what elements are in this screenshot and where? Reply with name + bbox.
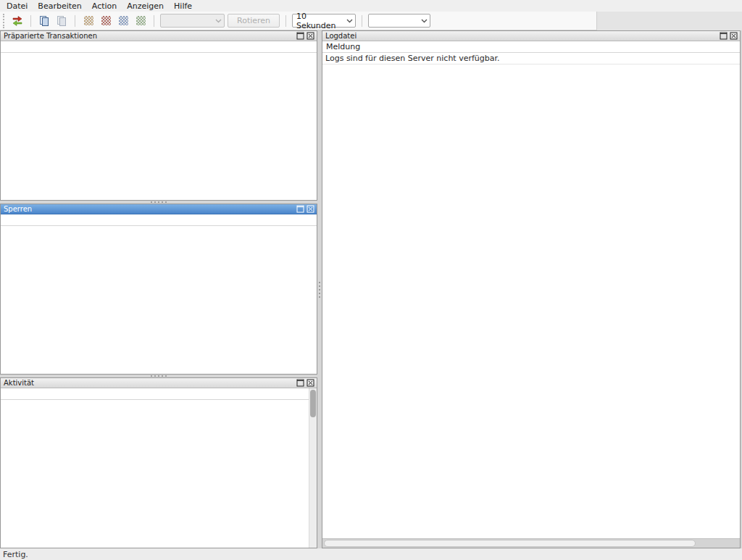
activity-list	[1, 388, 317, 548]
menu-bar: Datei Bearbeiten Action Anzeigen Hilfe	[0, 0, 742, 12]
copy-button[interactable]	[36, 13, 52, 29]
terminate-backend-button[interactable]	[98, 13, 114, 29]
cancel-query-button[interactable]	[80, 13, 96, 29]
maximize-button[interactable]	[296, 32, 304, 40]
logfile-horizontal-scrollbar[interactable]	[322, 538, 740, 548]
toolbar-separator	[154, 15, 154, 27]
maximize-button[interactable]	[720, 32, 728, 40]
toolbar-separator	[362, 15, 362, 27]
prepared-transactions-header-row[interactable]	[1, 41, 317, 53]
rotate-log-button[interactable]: Rotieren	[228, 14, 280, 28]
scrollbar-thumb[interactable]	[310, 390, 316, 417]
locks-list	[1, 214, 317, 374]
prepared-transactions-list	[1, 41, 317, 200]
left-panel-column: Präparierte Transaktionen Sperren	[0, 30, 317, 548]
refresh-interval-value: 10 Sekunden	[296, 12, 344, 30]
grid-icon-red	[101, 16, 111, 25]
refresh-icon	[12, 15, 23, 27]
dock-area: Präparierte Transaktionen Sperren	[0, 30, 742, 548]
chevron-down-icon	[212, 19, 224, 23]
status-bar: Fertig.	[0, 548, 742, 560]
extra-combo[interactable]	[368, 14, 430, 28]
commit-transaction-button[interactable]	[115, 13, 131, 29]
toolbar-dock-filler	[597, 12, 742, 30]
menu-anzeigen[interactable]: Anzeigen	[122, 1, 169, 12]
activity-title: Aktivität	[4, 379, 34, 387]
panel-prepared-transactions: Präparierte Transaktionen	[0, 30, 317, 201]
scrollbar-thumb[interactable]	[324, 540, 696, 547]
close-icon[interactable]	[307, 205, 314, 213]
prepared-transactions-title: Präparierte Transaktionen	[4, 32, 97, 40]
grid-icon-tan	[84, 16, 93, 25]
logfile-list: Meldung Logs sind für diesen Server nich…	[322, 41, 740, 548]
copy-disabled-icon	[56, 15, 67, 27]
logfile-row[interactable]: Logs sind für diesen Server nicht verfüg…	[322, 53, 740, 64]
copy-icon	[38, 15, 50, 27]
chevron-down-icon	[418, 19, 430, 23]
copy-alt-button[interactable]	[54, 13, 70, 29]
refresh-button[interactable]	[9, 13, 25, 29]
close-icon[interactable]	[307, 32, 314, 40]
panel-locks: Sperren	[0, 204, 317, 375]
logfile-title: Logdatei	[325, 32, 357, 40]
maximize-button[interactable]	[296, 205, 304, 213]
menu-action[interactable]: Action	[87, 1, 122, 12]
grid-icon-green	[136, 16, 146, 25]
rotate-log-label: Rotieren	[237, 16, 270, 25]
locks-title: Sperren	[4, 205, 32, 213]
panel-activity: Aktivität	[0, 377, 317, 548]
locks-caption[interactable]: Sperren	[1, 204, 317, 214]
toolbar-separator	[30, 15, 31, 27]
rollback-transaction-button[interactable]	[133, 13, 149, 29]
chevron-down-icon	[344, 19, 355, 23]
grid-icon-blue	[119, 16, 128, 25]
right-panel-column: Logdatei Meldung Logs sind für diesen Se…	[322, 30, 741, 548]
maximize-button[interactable]	[296, 379, 304, 387]
menu-datei[interactable]: Datei	[1, 1, 33, 12]
logfile-column-header[interactable]: Meldung	[322, 41, 740, 53]
toolbar-grip-handle[interactable]	[3, 14, 4, 28]
refresh-interval-combo[interactable]: 10 Sekunden	[292, 14, 356, 28]
logfile-empty-area	[322, 64, 740, 538]
toolbar-separator	[285, 15, 286, 27]
close-icon[interactable]	[730, 32, 738, 40]
status-text: Fertig.	[3, 550, 28, 559]
toolbar-row: Rotieren 10 Sekunden	[0, 12, 742, 30]
activity-header-row[interactable]	[1, 388, 309, 400]
logfile-combo[interactable]	[160, 14, 225, 28]
toolbar-separator	[75, 15, 75, 27]
menu-bearbeiten[interactable]: Bearbeiten	[33, 1, 86, 12]
activity-vertical-scrollbar[interactable]	[309, 388, 317, 548]
close-icon[interactable]	[307, 379, 314, 387]
logfile-caption[interactable]: Logdatei	[322, 31, 740, 41]
toolbar: Rotieren 10 Sekunden	[0, 12, 597, 30]
activity-caption[interactable]: Aktivität	[1, 378, 317, 388]
menu-hilfe[interactable]: Hilfe	[169, 1, 197, 12]
prepared-transactions-caption[interactable]: Präparierte Transaktionen	[1, 31, 317, 41]
panel-logfile: Logdatei Meldung Logs sind für diesen Se…	[322, 30, 741, 548]
locks-header-row[interactable]	[1, 214, 317, 226]
